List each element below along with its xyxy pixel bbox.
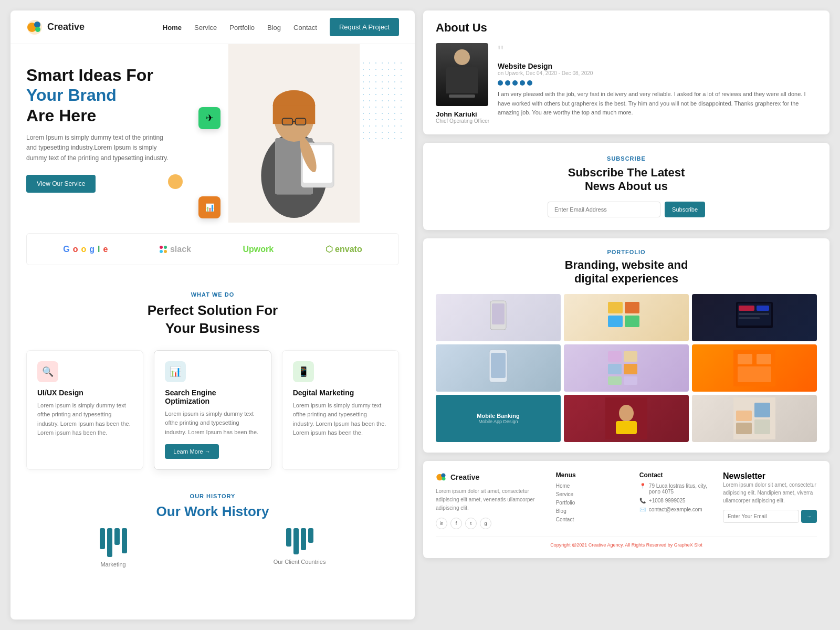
- svg-rect-25: [739, 306, 754, 311]
- svg-rect-36: [624, 376, 637, 385]
- svg-rect-35: [608, 376, 622, 385]
- svg-rect-20: [625, 302, 639, 313]
- services-grid: 🔍 UI/UX Design Lorem ipsum is simply dum…: [26, 350, 399, 470]
- portfolio-item-1[interactable]: [564, 294, 689, 341]
- testimonial-dots: [498, 80, 817, 86]
- phone-icon: 📞: [639, 498, 646, 503]
- brand-slack: slack: [160, 245, 191, 254]
- view-service-button[interactable]: View Our Service: [26, 175, 96, 193]
- svg-rect-21: [608, 316, 623, 327]
- address-icon: 📍: [639, 483, 646, 495]
- footer-logo-text: Creative: [450, 473, 479, 481]
- footer-card: Creative Lorem ipsum dolor sit amet, con…: [423, 461, 830, 558]
- svg-rect-30: [491, 353, 506, 378]
- history-section: OUR HISTORY Our Work History Marketing: [10, 480, 415, 581]
- svg-rect-39: [757, 354, 771, 364]
- footer-logo-icon: [436, 471, 447, 483]
- nav-service[interactable]: Service: [194, 24, 217, 32]
- testimonial-text: I am very pleased with the job, very fas…: [498, 90, 817, 118]
- portfolio-item-8[interactable]: [692, 395, 817, 442]
- footer-menu-service[interactable]: Service: [556, 491, 629, 497]
- nav-contact[interactable]: Contact: [293, 24, 317, 32]
- portfolio-item-7[interactable]: [564, 395, 689, 442]
- service-card-seo: 📊 Search Engine Optimization Lorem ipsum…: [154, 350, 271, 470]
- learn-more-button[interactable]: Learn More →: [165, 444, 218, 459]
- social-linkedin[interactable]: in: [436, 518, 447, 529]
- footer-contact-title: Contact: [639, 471, 712, 479]
- service-title-uiux: UI/UX Design: [37, 388, 132, 397]
- svg-rect-40: [738, 366, 771, 382]
- banking-title: Mobile Banking: [477, 413, 519, 419]
- footer-nl-button[interactable]: →: [801, 510, 817, 523]
- logo-text: Creative: [47, 22, 85, 33]
- history-stats: Marketing Our Client Countries: [26, 528, 399, 569]
- footer-menus-title: Menus: [556, 471, 629, 479]
- subscribe-card: SUBSCRIBE Subscribe The Latest News Abou…: [423, 143, 830, 230]
- hero-headline: Smart Ideas For Your Brand Are Here: [26, 65, 205, 125]
- portfolio-item-banking[interactable]: Mobile Banking Mobile App Design: [436, 395, 561, 442]
- testimonial-content: " Website Design on Upwork, Dec 04, 2020…: [498, 43, 817, 118]
- social-twitter[interactable]: t: [465, 518, 477, 529]
- hero-section: ✈ 📊 Smart Ideas For Your Brand Are Here …: [10, 44, 415, 233]
- quote-icon: ": [498, 43, 817, 60]
- footer-newsletter-desc: Lorem ipsum dolor sit amet, consectetur …: [723, 481, 817, 505]
- portfolio-item-0[interactable]: [436, 294, 561, 341]
- brand-envato: ⬡ envato: [326, 244, 362, 254]
- portfolio-item-5[interactable]: [692, 344, 817, 392]
- portfolio-item-3[interactable]: [436, 344, 561, 392]
- footer-contact: Contact 📍 79 Luca lostras litus, city, p…: [639, 471, 712, 529]
- subscribe-button[interactable]: Subscribe: [665, 202, 705, 217]
- svg-rect-22: [625, 316, 639, 327]
- service-title-seo: Search Engine Optimization: [165, 388, 260, 405]
- logo-icon: [26, 19, 43, 36]
- request-project-button[interactable]: Requst A Project: [330, 18, 399, 36]
- portfolio-label: PORTFOLIO: [436, 249, 817, 255]
- subscribe-label: SUBSCRIBE: [436, 155, 817, 162]
- footer-menu-blog[interactable]: Blog: [556, 508, 629, 514]
- portfolio-item-2[interactable]: [692, 294, 817, 341]
- stat-marketing: Marketing: [100, 528, 127, 569]
- subscribe-title: Subscribe The Latest News About us: [436, 166, 817, 193]
- hero-image: [220, 44, 399, 233]
- footer-menu-home[interactable]: Home: [556, 483, 629, 489]
- footer-grid: Creative Lorem ipsum dolor sit amet, con…: [436, 471, 817, 529]
- social-google[interactable]: g: [480, 518, 491, 529]
- hero-person-svg: [220, 44, 368, 223]
- service-icon-seo: 📊: [165, 361, 186, 382]
- svg-rect-48: [754, 419, 770, 434]
- services-title: Perfect Solution For Your Business: [26, 302, 399, 338]
- service-title-marketing: Degital Marketing: [293, 388, 388, 397]
- service-icon-uiux: 🔍: [37, 361, 58, 382]
- history-label: OUR HISTORY: [26, 493, 399, 499]
- footer-email-input[interactable]: [723, 510, 799, 523]
- brand-google: Google: [63, 245, 108, 254]
- nav-blog[interactable]: Blog: [267, 24, 281, 32]
- footer-menu-portfolio[interactable]: Portfolio: [556, 500, 629, 506]
- email-input[interactable]: [548, 202, 660, 217]
- svg-rect-26: [757, 306, 769, 311]
- testimonial-photo-wrapper: John Kariuki Chief Operating Officer: [436, 43, 489, 124]
- testimonial-service: Website Design: [498, 62, 817, 70]
- banking-sub: Mobile App Design: [478, 419, 518, 424]
- footer-menu-contact[interactable]: Contact: [556, 517, 629, 522]
- about-title: About Us: [436, 21, 817, 35]
- service-text-uiux: Lorem ipsum is simply dummy text ofthe p…: [37, 401, 132, 438]
- testimonial-inner: John Kariuki Chief Operating Officer " W…: [436, 43, 817, 124]
- portfolio-item-4[interactable]: [564, 344, 689, 392]
- footer-logo-row: Creative: [436, 471, 545, 483]
- footer-newsletter-form: →: [723, 510, 817, 523]
- nav-home[interactable]: Home: [163, 24, 182, 32]
- subscribe-form: Subscribe: [548, 202, 705, 217]
- svg-rect-38: [738, 354, 752, 364]
- social-facebook[interactable]: f: [450, 518, 462, 529]
- service-text-seo: Lorem ipsum is simply dummy text ofthe p…: [165, 410, 260, 437]
- footer-contact-address: 📍 79 Luca lostras litus, city, pono 4075: [639, 483, 712, 495]
- footer-newsletter-title: Newsletter: [723, 471, 817, 481]
- svg-rect-27: [739, 313, 769, 315]
- right-panel: About Us John Kariuki Chief Operating Of…: [423, 10, 830, 620]
- footer-contact-phone: 📞 +1008 9999025: [639, 498, 712, 503]
- person-role: Chief Operating Officer: [436, 118, 489, 124]
- nav-portfolio[interactable]: Portfolio: [229, 24, 255, 32]
- nav-links: Home Service Portfolio Blog Contact: [163, 23, 317, 32]
- brand-upwork: Upwork: [243, 245, 274, 254]
